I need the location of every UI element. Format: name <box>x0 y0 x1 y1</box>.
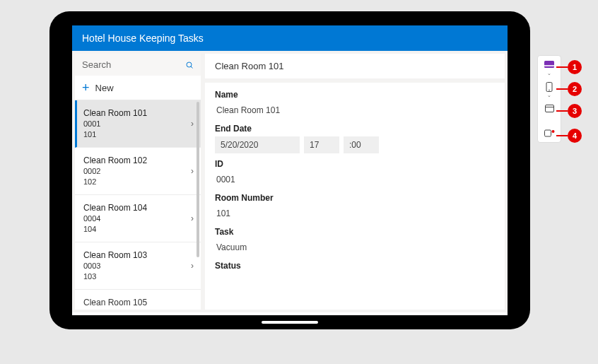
search-placeholder: Search <box>82 59 111 70</box>
roomnumber-value[interactable]: 101 <box>215 206 495 221</box>
name-value[interactable]: Clean Room 101 <box>215 102 495 118</box>
window-icon <box>544 104 555 113</box>
search-icon <box>185 61 194 69</box>
scrollbar[interactable] <box>197 102 199 257</box>
tool-window[interactable]: 3 <box>541 104 558 113</box>
tool-card[interactable]: ⌄ 1 <box>541 60 558 76</box>
enddate-value[interactable]: 5/20/2020 17 :00 <box>215 136 495 153</box>
svg-rect-8 <box>544 130 551 136</box>
task-value[interactable]: Vacuum <box>215 240 495 255</box>
task-label: Task <box>215 227 495 237</box>
chevron-right-icon: › <box>191 261 194 271</box>
content-area: Search + New Clean Room 101 0001 <box>72 51 508 312</box>
chevron-down-icon: ⌄ <box>547 71 551 76</box>
list-item-id: 0004 <box>83 213 147 224</box>
detail-title: Clean Room 101 <box>215 61 284 71</box>
list-item-room: 103 <box>83 271 147 282</box>
record-icon <box>544 129 555 138</box>
plus-icon: + <box>82 81 90 94</box>
detail-header: Clean Room 101 <box>205 54 505 78</box>
svg-rect-2 <box>544 61 554 68</box>
status-label: Status <box>215 261 495 271</box>
list-item[interactable]: Clean Room 105 <box>75 290 201 310</box>
callout-badge: 2 <box>568 82 582 96</box>
svg-point-9 <box>551 130 554 133</box>
callout-badge: 4 <box>568 129 582 143</box>
list-item-room: 101 <box>83 129 147 140</box>
chevron-down-icon: ⌄ <box>547 93 551 98</box>
chevron-right-icon: › <box>191 213 194 223</box>
card-icon <box>544 60 555 69</box>
home-indicator <box>262 321 318 324</box>
editor-toolbar: ⌄ 1 ⌄ 2 3 4 <box>537 55 561 143</box>
list-item[interactable]: Clean Room 103 0003 103 › <box>75 242 201 290</box>
callout-badge: 1 <box>568 60 582 74</box>
list-item-room: 104 <box>83 224 147 235</box>
new-label: New <box>95 83 114 93</box>
list-item-title: Clean Room 102 <box>83 155 147 166</box>
name-label: Name <box>215 90 495 100</box>
date-input[interactable]: 5/20/2020 <box>215 136 300 153</box>
list-item-title: Clean Room 103 <box>83 249 147 261</box>
tool-phone[interactable]: ⌄ 2 <box>541 82 558 98</box>
list-item[interactable]: Clean Room 104 0004 104 › <box>75 195 201 242</box>
minute-input[interactable]: :00 <box>344 136 379 153</box>
detail-body: Name Clean Room 101 End Date 5/20/2020 1… <box>205 83 505 310</box>
list-item-id: 0001 <box>83 119 147 129</box>
list-item-id: 0002 <box>83 166 147 177</box>
search-input[interactable]: Search <box>75 54 201 76</box>
chevron-right-icon: › <box>191 166 194 176</box>
list-item[interactable]: Clean Room 101 0001 101 › <box>75 100 201 148</box>
list-item-room: 102 <box>83 177 147 187</box>
app-header: Hotel House Keeping Tasks <box>72 25 508 51</box>
svg-line-1 <box>191 66 193 69</box>
sidebar: Search + New Clean Room 101 0001 <box>75 54 201 310</box>
list-item-title: Clean Room 104 <box>83 202 147 213</box>
id-value[interactable]: 0001 <box>215 172 495 187</box>
svg-rect-6 <box>545 105 553 112</box>
list-item-title: Clean Room 101 <box>83 107 147 119</box>
list-item-title: Clean Room 105 <box>83 297 147 308</box>
task-list[interactable]: Clean Room 101 0001 101 › Clean Room 102… <box>75 100 201 310</box>
tool-record[interactable]: 4 <box>541 129 558 138</box>
tablet-frame: Hotel House Keeping Tasks Search + New <box>49 11 530 329</box>
new-button[interactable]: + New <box>75 76 201 100</box>
list-item[interactable]: Clean Room 102 0002 102 › <box>75 148 201 195</box>
svg-rect-3 <box>544 65 554 66</box>
detail-panel: Clean Room 101 Name Clean Room 101 End D… <box>205 54 505 310</box>
svg-point-0 <box>187 62 192 67</box>
list-item-id: 0003 <box>83 261 147 271</box>
phone-icon <box>544 82 555 91</box>
enddate-label: End Date <box>215 124 495 134</box>
svg-point-5 <box>549 89 550 90</box>
id-label: ID <box>215 159 495 169</box>
hour-input[interactable]: 17 <box>304 136 339 153</box>
screen: Hotel House Keeping Tasks Search + New <box>72 25 508 315</box>
roomnumber-label: Room Number <box>215 193 495 203</box>
chevron-right-icon: › <box>191 119 194 129</box>
app-title: Hotel House Keeping Tasks <box>82 33 204 44</box>
callout-badge: 3 <box>568 104 582 118</box>
